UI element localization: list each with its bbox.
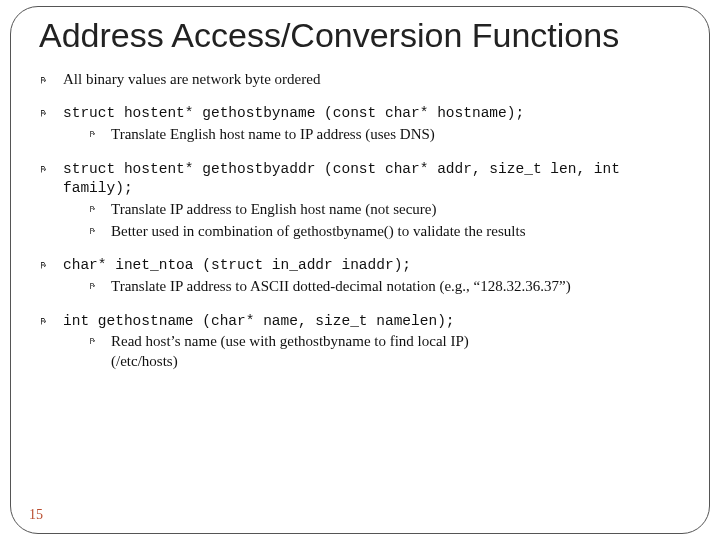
item-text: int gethostname (char* name, size_t name… [63,313,455,329]
list-item: ཥAll binary values are network byte orde… [39,70,691,90]
bullet-icon: ཥ [89,335,94,351]
sub-item: ཥBetter used in combination of gethostby… [63,222,691,242]
bullet-icon: ཥ [39,107,45,124]
sub-item-text: Better used in combination of gethostbyn… [111,223,525,239]
bullet-icon: ཥ [89,280,94,296]
sub-item-text: Read host’s name (use with gethostbyname… [111,333,469,349]
sub-item: ཥTranslate IP address to ASCII dotted-de… [63,277,691,297]
bullet-icon: ཥ [39,315,45,332]
bullet-icon: ཥ [39,163,45,180]
bullet-icon: ཥ [89,128,94,144]
page-number: 15 [29,507,43,523]
item-text: struct hostent* gethostbyaddr (const cha… [63,161,620,197]
sub-item: ཥTranslate English host name to IP addre… [63,125,691,145]
list-item: ཥint gethostname (char* name, size_t nam… [39,311,691,372]
list-item: ཥstruct hostent* gethostbyname (const ch… [39,103,691,144]
bullet-icon: ཥ [39,74,45,91]
slide-content: ཥAll binary values are network byte orde… [39,70,691,372]
sub-item-text: Translate IP address to English host nam… [111,201,437,217]
sub-item-text: Translate IP address to ASCII dotted-dec… [111,278,571,294]
trailing-text: (/etc/hosts) [63,352,691,372]
item-text: char* inet_ntoa (struct in_addr inaddr); [63,257,411,273]
list-item: ཥstruct hostent* gethostbyaddr (const ch… [39,159,691,242]
bullet-icon: ཥ [89,203,94,219]
slide-title: Address Access/Conversion Functions [39,17,691,54]
slide-frame: Address Access/Conversion Functions ཥAll… [10,6,710,534]
item-text: struct hostent* gethostbyname (const cha… [63,105,524,121]
bullet-icon: ཥ [39,259,45,276]
sub-item-text: Translate English host name to IP addres… [111,126,435,142]
sub-item: ཥRead host’s name (use with gethostbynam… [63,332,691,352]
bullet-icon: ཥ [89,225,94,241]
item-text: All binary values are network byte order… [63,71,320,87]
list-item: ཥchar* inet_ntoa (struct in_addr inaddr)… [39,255,691,296]
sub-item: ཥTranslate IP address to English host na… [63,200,691,220]
